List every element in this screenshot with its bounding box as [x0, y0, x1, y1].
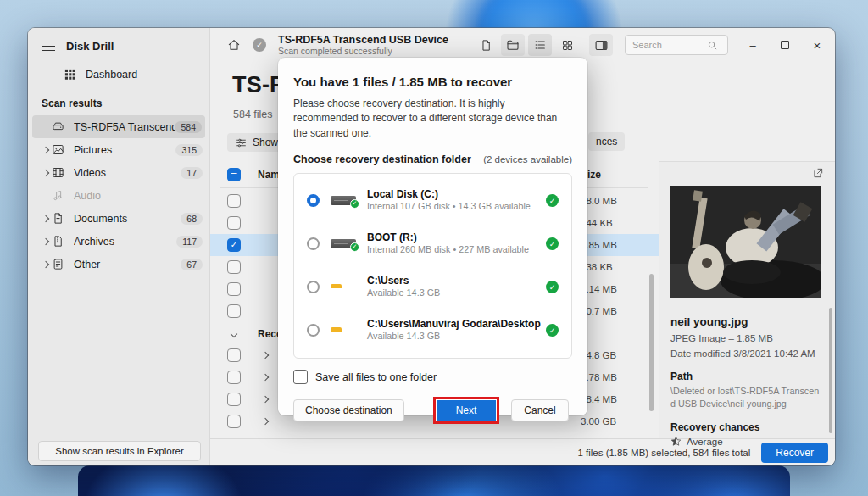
- maximize-button[interactable]: [772, 33, 798, 57]
- count-badge: 67: [181, 259, 203, 270]
- preview-scrollbar[interactable]: [829, 308, 832, 433]
- row-checkbox[interactable]: [227, 348, 241, 362]
- sidebar-item-other[interactable]: Other 67: [28, 253, 209, 276]
- row-checkbox-checked[interactable]: ✓: [227, 238, 241, 252]
- wallpaper-bloom-top: [441, 0, 627, 28]
- chip-label: nces: [596, 136, 617, 148]
- destination-option-boot[interactable]: ✓ BOOT (R:) Internal 260 MB disk • 227 M…: [294, 222, 571, 265]
- file-size: 444 KB: [581, 218, 659, 228]
- scan-complete-icon: ✓: [253, 38, 266, 52]
- device-title: TS-RDF5A Transcend USB Device: [278, 34, 448, 46]
- other-files-icon: [52, 258, 64, 270]
- list-view-button[interactable]: [528, 34, 552, 56]
- hamburger-menu-icon[interactable]: [42, 42, 55, 51]
- close-button[interactable]: ×: [804, 33, 830, 57]
- recovery-chances-value: Average: [687, 437, 723, 447]
- count-badge: 68: [181, 213, 203, 225]
- file-size: 1.85 MB: [581, 240, 659, 250]
- destination-ok-icon: ✓: [546, 237, 559, 250]
- home-button[interactable]: [222, 34, 246, 56]
- sidebar-item-archives[interactable]: Archives 117: [28, 230, 209, 253]
- file-icon: [480, 39, 492, 52]
- radio-unselected[interactable]: [307, 281, 320, 293]
- row-checkbox[interactable]: [227, 304, 241, 318]
- destination-list: ✓ Local Disk (C:) Internal 107 GB disk •…: [293, 173, 572, 359]
- archives-icon: [52, 235, 64, 248]
- dashboard-label: Dashboard: [86, 69, 137, 81]
- file-view-button[interactable]: [474, 34, 498, 56]
- folder-icon: [506, 38, 520, 52]
- row-checkbox[interactable]: [227, 216, 241, 230]
- device-subtitle: Scan completed successfully: [278, 46, 448, 56]
- chevron-right-icon[interactable]: [42, 237, 49, 244]
- row-checkbox[interactable]: [227, 415, 241, 428]
- chevron-right-icon[interactable]: [262, 418, 269, 425]
- radio-selected[interactable]: [307, 194, 320, 207]
- show-filter-label: Show: [253, 137, 278, 148]
- photo-thumbnail[interactable]: [670, 186, 821, 298]
- file-size: 68.0 MB: [581, 196, 659, 206]
- chevron-right-icon[interactable]: [42, 215, 49, 221]
- sidebar-item-documents[interactable]: Documents 68: [28, 207, 209, 230]
- count-badge: 117: [176, 236, 203, 248]
- half-star-icon: [670, 436, 682, 447]
- file-size: 98.4 MB: [581, 394, 659, 404]
- choose-destination-button[interactable]: Choose destination: [293, 399, 404, 421]
- recovery-chances-chip-clipped[interactable]: nces: [588, 132, 625, 151]
- search-box[interactable]: [625, 35, 728, 55]
- chevron-right-icon[interactable]: [262, 352, 269, 359]
- radio-unselected[interactable]: [307, 324, 320, 337]
- cancel-button[interactable]: Cancel: [511, 399, 569, 421]
- row-checkbox[interactable]: [227, 194, 241, 208]
- recovery-dialog: You have 1 files / 1.85 MB to recover Pl…: [278, 58, 587, 415]
- chevron-right-icon[interactable]: [262, 374, 269, 381]
- destination-option-users[interactable]: C:\Users Available 14.3 GB ✓: [294, 265, 571, 309]
- recovery-chances-label: Recovery chances: [670, 421, 823, 433]
- chevron-down-icon[interactable]: [231, 331, 237, 337]
- next-button[interactable]: Next: [437, 400, 496, 421]
- save-all-checkbox[interactable]: [293, 370, 308, 384]
- side-panel-icon: [594, 38, 609, 53]
- chevron-right-icon[interactable]: [42, 169, 49, 176]
- destination-section-title: Choose recovery destination folder: [293, 153, 471, 165]
- save-all-label: Save all files to one folder: [315, 371, 437, 383]
- grid-view-button[interactable]: [555, 34, 579, 56]
- show-in-explorer-button[interactable]: Show scan results in Explorer: [38, 441, 201, 461]
- table-scrollbar[interactable]: [649, 274, 654, 411]
- open-external-button[interactable]: [812, 167, 824, 179]
- row-checkbox[interactable]: [227, 282, 241, 296]
- devices-available-label: (2 devices available): [483, 154, 572, 164]
- filter-sliders-icon: [236, 137, 247, 148]
- path-label: Path: [670, 371, 823, 382]
- row-checkbox[interactable]: [227, 393, 241, 406]
- file-size: 3.00 GB: [581, 416, 659, 426]
- destination-ok-icon: ✓: [546, 194, 559, 207]
- preview-panel-toggle[interactable]: [589, 34, 613, 56]
- row-checkbox[interactable]: [227, 260, 241, 274]
- sidebar-item-videos[interactable]: Videos 17: [28, 161, 209, 184]
- destination-details: Available 14.3 GB: [367, 331, 541, 342]
- row-checkbox[interactable]: [227, 371, 241, 384]
- chevron-right-icon[interactable]: [262, 396, 269, 403]
- destination-option-local-disk[interactable]: ✓ Local Disk (C:) Internal 107 GB disk •…: [294, 179, 571, 222]
- chevron-right-icon[interactable]: [42, 260, 49, 267]
- sidebar: Disk Drill Dashboard Scan results TS-RDF…: [28, 28, 210, 465]
- destination-name: BOOT (R:): [367, 231, 529, 244]
- next-button-annotation: Next: [433, 397, 499, 424]
- chevron-right-icon[interactable]: [42, 146, 49, 153]
- radio-unselected[interactable]: [307, 237, 320, 250]
- sidebar-item-dashboard[interactable]: Dashboard: [28, 61, 209, 87]
- preview-panel: neil young.jpg JPEG Image – 1.85 MB Date…: [659, 161, 835, 438]
- folder-view-button[interactable]: [501, 34, 525, 56]
- sidebar-item-label: TS-RDF5A Transcend US...: [74, 121, 175, 133]
- destination-details: Internal 107 GB disk • 14.3 GB available: [367, 201, 531, 212]
- search-input[interactable]: [632, 40, 707, 50]
- count-badge: 17: [181, 167, 203, 179]
- sidebar-item-pictures[interactable]: Pictures 315: [28, 138, 209, 161]
- select-all-checkbox[interactable]: –: [227, 168, 241, 181]
- sidebar-item-device[interactable]: TS-RDF5A Transcend US... 584: [32, 115, 205, 138]
- size-column-header[interactable]: Size: [581, 169, 659, 181]
- destination-option-desktop[interactable]: C:\Users\Manuviraj Godara\Desktop Availa…: [294, 309, 571, 352]
- drive-ok-icon: ✓: [350, 199, 359, 209]
- minimize-button[interactable]: –: [740, 33, 765, 57]
